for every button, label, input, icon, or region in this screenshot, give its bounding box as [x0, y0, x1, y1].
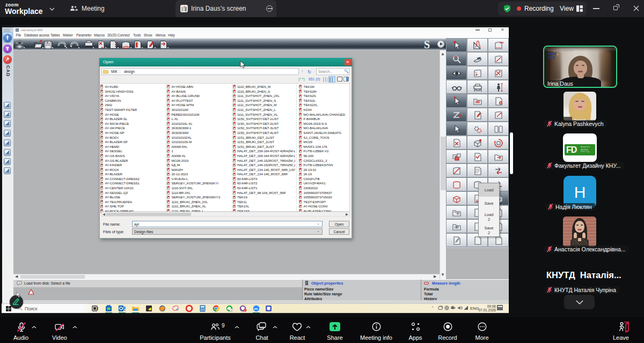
svg-text:ABC: ABC	[500, 41, 504, 44]
svg-text:zm: zm	[254, 307, 258, 310]
